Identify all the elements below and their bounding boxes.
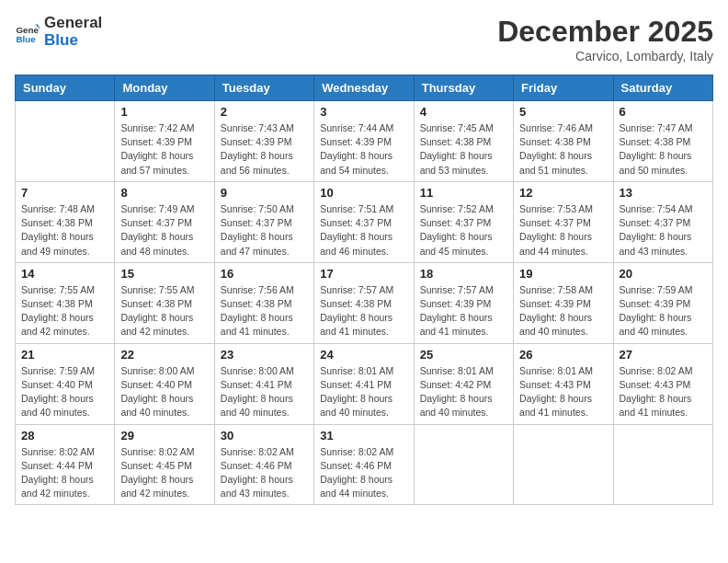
day-info: Sunrise: 7:52 AMSunset: 4:37 PMDaylight:… [420,202,507,259]
title-block: December 2025 Carvico, Lombardy, Italy [497,15,713,63]
day-info: Sunrise: 7:57 AMSunset: 4:39 PMDaylight:… [420,283,507,339]
header-tuesday: Tuesday [214,75,313,101]
calendar-cell: 25Sunrise: 8:01 AMSunset: 4:42 PMDayligh… [414,343,513,424]
svg-text:Blue: Blue [16,33,36,43]
day-info: Sunrise: 8:02 AMSunset: 4:44 PMDaylight:… [21,445,108,501]
header-thursday: Thursday [414,75,513,101]
week-row-5: 28Sunrise: 8:02 AMSunset: 4:44 PMDayligh… [16,424,713,505]
day-number: 15 [120,267,208,281]
calendar-cell: 15Sunrise: 7:55 AMSunset: 4:38 PMDayligh… [115,262,214,343]
day-info: Sunrise: 7:50 AMSunset: 4:37 PMDaylight:… [221,202,308,259]
day-info: Sunrise: 7:53 AMSunset: 4:37 PMDaylight:… [519,202,607,259]
day-info: Sunrise: 8:00 AMSunset: 4:41 PMDaylight:… [221,364,308,420]
day-info: Sunrise: 8:02 AMSunset: 4:43 PMDaylight:… [620,364,707,420]
logo: Gene Blue General Blue [15,15,102,49]
day-number: 16 [221,267,308,281]
day-number: 20 [620,267,707,281]
day-number: 14 [21,267,108,281]
day-number: 8 [120,186,208,200]
week-row-2: 7Sunrise: 7:48 AMSunset: 4:38 PMDaylight… [16,181,713,262]
page-header: Gene Blue General Blue December 2025 Car… [15,15,713,63]
logo-line1: General [44,15,102,32]
month-title: December 2025 [497,15,713,49]
day-number: 9 [221,186,308,200]
day-info: Sunrise: 7:48 AMSunset: 4:38 PMDaylight:… [21,202,108,259]
calendar-cell: 13Sunrise: 7:54 AMSunset: 4:37 PMDayligh… [613,181,712,262]
day-number: 1 [120,105,208,119]
calendar-cell: 3Sunrise: 7:44 AMSunset: 4:39 PMDaylight… [314,101,414,182]
day-info: Sunrise: 7:42 AMSunset: 4:39 PMDaylight:… [120,121,208,178]
day-info: Sunrise: 7:57 AMSunset: 4:38 PMDaylight:… [320,283,407,339]
header-monday: Monday [115,75,214,101]
calendar-cell: 2Sunrise: 7:43 AMSunset: 4:39 PMDaylight… [214,101,313,182]
day-info: Sunrise: 7:51 AMSunset: 4:37 PMDaylight:… [320,202,407,259]
week-row-3: 14Sunrise: 7:55 AMSunset: 4:38 PMDayligh… [16,262,713,343]
calendar-cell [16,101,115,182]
calendar-cell: 10Sunrise: 7:51 AMSunset: 4:37 PMDayligh… [314,181,414,262]
day-info: Sunrise: 7:44 AMSunset: 4:39 PMDaylight:… [320,121,407,178]
calendar-cell: 9Sunrise: 7:50 AMSunset: 4:37 PMDaylight… [214,181,313,262]
calendar-cell: 26Sunrise: 8:01 AMSunset: 4:43 PMDayligh… [514,343,613,424]
day-info: Sunrise: 8:01 AMSunset: 4:41 PMDaylight:… [320,364,407,420]
day-info: Sunrise: 7:47 AMSunset: 4:38 PMDaylight:… [620,121,707,178]
calendar-cell: 20Sunrise: 7:59 AMSunset: 4:39 PMDayligh… [613,262,712,343]
calendar-cell: 17Sunrise: 7:57 AMSunset: 4:38 PMDayligh… [314,262,414,343]
day-info: Sunrise: 7:45 AMSunset: 4:38 PMDaylight:… [420,121,507,178]
day-info: Sunrise: 7:56 AMSunset: 4:38 PMDaylight:… [221,283,308,339]
day-number: 12 [519,186,607,200]
calendar-cell: 31Sunrise: 8:02 AMSunset: 4:46 PMDayligh… [314,424,414,505]
calendar-cell [414,424,513,505]
day-number: 28 [21,429,108,442]
day-number: 29 [120,429,208,442]
day-number: 5 [519,105,607,119]
day-number: 11 [420,186,507,200]
day-info: Sunrise: 8:00 AMSunset: 4:40 PMDaylight:… [120,364,208,420]
day-info: Sunrise: 7:54 AMSunset: 4:37 PMDaylight:… [620,202,707,259]
day-info: Sunrise: 8:02 AMSunset: 4:46 PMDaylight:… [320,445,407,501]
calendar-cell: 29Sunrise: 8:02 AMSunset: 4:45 PMDayligh… [115,424,214,505]
day-number: 7 [21,186,108,200]
day-number: 31 [320,429,407,442]
calendar-cell: 28Sunrise: 8:02 AMSunset: 4:44 PMDayligh… [16,424,115,505]
location: Carvico, Lombardy, Italy [497,49,713,63]
header-wednesday: Wednesday [314,75,414,101]
day-info: Sunrise: 7:49 AMSunset: 4:37 PMDaylight:… [120,202,208,259]
day-info: Sunrise: 8:01 AMSunset: 4:42 PMDaylight:… [420,364,507,420]
calendar-cell: 11Sunrise: 7:52 AMSunset: 4:37 PMDayligh… [414,181,513,262]
calendar-table: SundayMondayTuesdayWednesdayThursdayFrid… [15,75,713,505]
calendar-cell: 30Sunrise: 8:02 AMSunset: 4:46 PMDayligh… [214,424,313,505]
calendar-cell: 4Sunrise: 7:45 AMSunset: 4:38 PMDaylight… [414,101,513,182]
day-info: Sunrise: 8:02 AMSunset: 4:45 PMDaylight:… [120,445,208,501]
calendar-cell: 19Sunrise: 7:58 AMSunset: 4:39 PMDayligh… [514,262,613,343]
week-row-1: 1Sunrise: 7:42 AMSunset: 4:39 PMDaylight… [16,101,713,182]
logo-icon: Gene Blue [15,19,40,45]
calendar-cell: 24Sunrise: 8:01 AMSunset: 4:41 PMDayligh… [314,343,414,424]
day-number: 22 [120,348,208,362]
calendar-cell: 23Sunrise: 8:00 AMSunset: 4:41 PMDayligh… [214,343,313,424]
day-number: 25 [420,348,507,362]
calendar-cell [613,424,712,505]
day-number: 10 [320,186,407,200]
calendar-cell: 6Sunrise: 7:47 AMSunset: 4:38 PMDaylight… [613,101,712,182]
day-number: 23 [221,348,308,362]
day-number: 3 [320,105,407,119]
calendar-cell: 27Sunrise: 8:02 AMSunset: 4:43 PMDayligh… [613,343,712,424]
day-number: 30 [221,429,308,442]
logo-line2: Blue [44,32,102,50]
day-number: 4 [420,105,507,119]
calendar-cell: 21Sunrise: 7:59 AMSunset: 4:40 PMDayligh… [16,343,115,424]
header-sunday: Sunday [16,75,115,101]
calendar-cell: 8Sunrise: 7:49 AMSunset: 4:37 PMDaylight… [115,181,214,262]
calendar-cell: 16Sunrise: 7:56 AMSunset: 4:38 PMDayligh… [214,262,313,343]
header-friday: Friday [514,75,613,101]
day-number: 6 [620,105,707,119]
day-number: 17 [320,267,407,281]
day-number: 27 [620,348,707,362]
day-number: 18 [420,267,507,281]
calendar-cell: 14Sunrise: 7:55 AMSunset: 4:38 PMDayligh… [16,262,115,343]
day-number: 24 [320,348,407,362]
calendar-cell: 7Sunrise: 7:48 AMSunset: 4:38 PMDaylight… [16,181,115,262]
day-number: 13 [620,186,707,200]
day-info: Sunrise: 7:55 AMSunset: 4:38 PMDaylight:… [120,283,208,339]
calendar-cell: 18Sunrise: 7:57 AMSunset: 4:39 PMDayligh… [414,262,513,343]
